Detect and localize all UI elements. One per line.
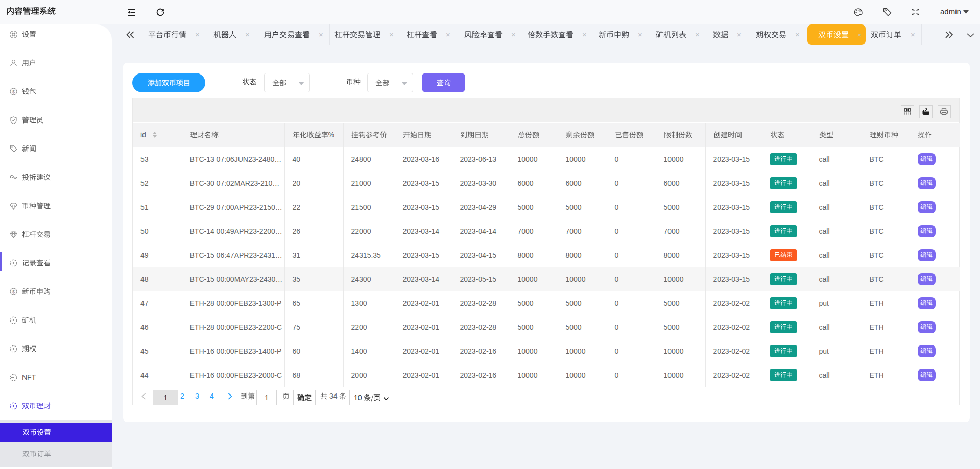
svg-text:$: $ (12, 89, 15, 94)
svg-text:$: $ (12, 289, 15, 294)
